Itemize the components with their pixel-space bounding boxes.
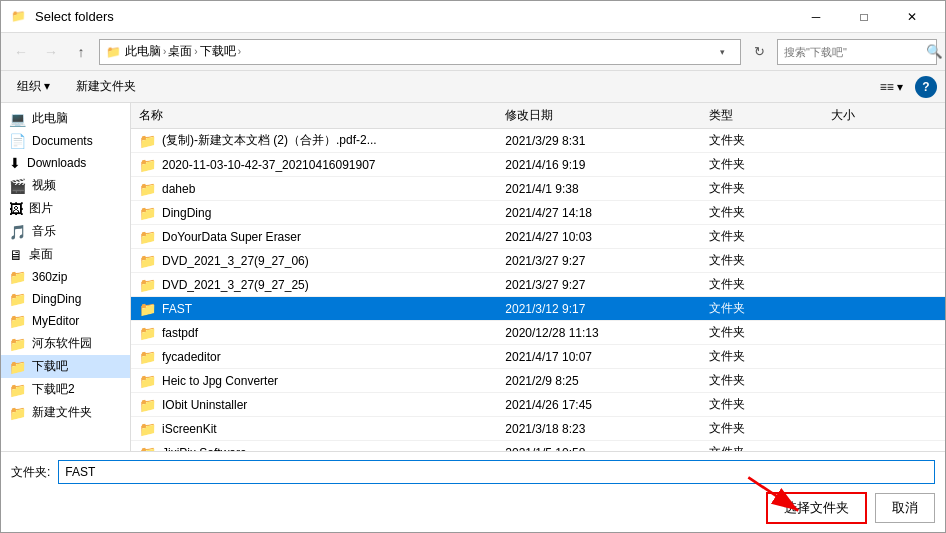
sidebar-item-videos[interactable]: 🎬视频 [1,174,130,197]
folder-icon: 📁 [139,373,156,389]
table-row[interactable]: 📁(复制)-新建文本文档 (2)（合并）.pdf-2...2021/3/29 8… [131,129,945,153]
sidebar-item-newfolder[interactable]: 📁新建文件夹 [1,401,130,424]
table-row[interactable]: 📁FAST2021/3/12 9:17文件夹 [131,297,945,321]
file-size-cell [823,441,945,452]
table-row[interactable]: 📁DVD_2021_3_27(9_27_06)2021/3/27 9:27文件夹 [131,249,945,273]
sidebar-item-music[interactable]: 🎵音乐 [1,220,130,243]
file-name-cell: 📁iScreenKit [131,417,497,441]
search-box[interactable]: 🔍 [777,39,937,65]
folder-icon: 📁 [139,325,156,341]
file-modified-cell: 2021/4/16 9:19 [497,153,701,177]
breadcrumb-pc[interactable]: 此电脑 [125,43,161,60]
folder-icon: 📁 [139,205,156,221]
file-name-cell: 📁DingDing [131,201,497,225]
table-row[interactable]: 📁IObit Uninstaller2021/4/26 17:45文件夹 [131,393,945,417]
folder-name-input[interactable] [58,460,935,484]
column-header-name[interactable]: 名称 [131,103,497,129]
cancel-button[interactable]: 取消 [875,493,935,523]
folder-icon: 📁 [139,277,156,293]
file-type-cell: 文件夹 [701,345,823,369]
up-button[interactable]: ↑ [69,40,93,64]
file-name-cell: 📁DVD_2021_3_27(9_27_06) [131,249,497,273]
sidebar-item-label: 桌面 [29,246,53,263]
search-input[interactable] [784,46,922,58]
maximize-button[interactable]: □ [841,4,887,30]
table-row[interactable]: 📁DingDing2021/4/27 14:18文件夹 [131,201,945,225]
file-modified-cell: 2021/3/27 9:27 [497,273,701,297]
sidebar-item-360zip[interactable]: 📁360zip [1,266,130,288]
file-name-label: IObit Uninstaller [162,398,247,412]
column-header-modified[interactable]: 修改日期 [497,103,701,129]
table-row[interactable]: 📁daheb2021/4/1 9:38文件夹 [131,177,945,201]
forward-button[interactable]: → [39,40,63,64]
sidebar-item-desktop[interactable]: 🖥桌面 [1,243,130,266]
folder-icon: 📁 [9,269,26,285]
folder-icon: 📁 [139,157,156,173]
folder-icon: 📁 [9,336,26,352]
folder-icon: 📁 [9,359,26,375]
organize-button[interactable]: 组织 ▾ [9,75,58,98]
help-button[interactable]: ? [915,76,937,98]
title-bar: 📁 Select folders ─ □ ✕ [1,1,945,33]
sidebar-item-hedong[interactable]: 📁河东软件园 [1,332,130,355]
sidebar-item-dingding[interactable]: 📁DingDing [1,288,130,310]
table-row[interactable]: 📁fastpdf2020/12/28 11:13文件夹 [131,321,945,345]
file-name-cell: 📁fycadeditor [131,345,497,369]
breadcrumb-desktop[interactable]: 桌面 [168,43,192,60]
toolbar: 组织 ▾ 新建文件夹 ≡≡ ▾ ? [1,71,945,103]
select-folder-button[interactable]: 选择文件夹 [766,492,867,524]
table-row[interactable]: 📁Heic to Jpg Converter2021/2/9 8:25文件夹 [131,369,945,393]
file-modified-cell: 2021/3/29 8:31 [497,129,701,153]
file-size-cell [823,369,945,393]
address-box[interactable]: 📁 此电脑 › 桌面 › 下载吧 › ▾ [99,39,741,65]
search-button[interactable]: 🔍 [926,44,943,59]
folder-icon: ⬇ [9,155,21,171]
table-row[interactable]: 📁DVD_2021_3_27(9_27_25)2021/3/27 9:27文件夹 [131,273,945,297]
column-header-size[interactable]: 大小 [823,103,945,129]
file-size-cell [823,273,945,297]
sidebar-item-xiazaiba2[interactable]: 📁下载吧2 [1,378,130,401]
file-modified-cell: 2021/3/27 9:27 [497,249,701,273]
new-folder-button[interactable]: 新建文件夹 [68,75,144,98]
folder-icon: 📁 [139,181,156,197]
file-type-cell: 文件夹 [701,249,823,273]
file-table: 名称修改日期类型大小 📁(复制)-新建文本文档 (2)（合并）.pdf-2...… [131,103,945,451]
view-button[interactable]: ≡≡ ▾ [874,78,909,96]
file-modified-cell: 2021/4/17 10:07 [497,345,701,369]
folder-icon: 📁 [139,133,156,149]
refresh-button[interactable]: ↻ [747,40,771,64]
folder-label: 文件夹: [11,464,50,481]
close-button[interactable]: ✕ [889,4,935,30]
file-name-cell: 📁DVD_2021_3_27(9_27_25) [131,273,497,297]
sidebar: 💻此电脑📄Documents⬇Downloads🎬视频🖼图片🎵音乐🖥桌面📁360… [1,103,131,451]
table-row[interactable]: 📁2020-11-03-10-42-37_202104160919072021/… [131,153,945,177]
folder-icon: 🎬 [9,178,26,194]
back-button[interactable]: ← [9,40,33,64]
table-row[interactable]: 📁JixiPix Software2021/1/5 10:58文件夹 [131,441,945,452]
file-area: 名称修改日期类型大小 📁(复制)-新建文本文档 (2)（合并）.pdf-2...… [131,103,945,451]
column-header-type[interactable]: 类型 [701,103,823,129]
sidebar-item-xiazaiba[interactable]: 📁下载吧 [1,355,130,378]
sidebar-item-downloads[interactable]: ⬇Downloads [1,152,130,174]
dropdown-button[interactable]: ▾ [710,40,734,64]
table-header: 名称修改日期类型大小 [131,103,945,129]
table-row[interactable]: 📁iScreenKit2021/3/18 8:23文件夹 [131,417,945,441]
sidebar-item-pictures[interactable]: 🖼图片 [1,197,130,220]
folder-icon: 📁 [9,382,26,398]
file-name-label: (复制)-新建文本文档 (2)（合并）.pdf-2... [162,132,377,149]
breadcrumb-folder[interactable]: 下载吧 [200,43,236,60]
breadcrumb: 此电脑 › 桌面 › 下载吧 › [125,43,706,60]
folder-input-row: 文件夹: [11,460,935,484]
file-modified-cell: 2021/1/5 10:58 [497,441,701,452]
folder-icon-addr: 📁 [106,45,121,59]
sidebar-item-label: 图片 [29,200,53,217]
file-modified-cell: 2021/3/12 9:17 [497,297,701,321]
minimize-button[interactable]: ─ [793,4,839,30]
sidebar-item-documents[interactable]: 📄Documents [1,130,130,152]
file-type-cell: 文件夹 [701,321,823,345]
table-row[interactable]: 📁fycadeditor2021/4/17 10:07文件夹 [131,345,945,369]
sidebar-item-this-pc[interactable]: 💻此电脑 [1,107,130,130]
table-row[interactable]: 📁DoYourData Super Eraser2021/4/27 10:03文… [131,225,945,249]
sidebar-item-label: 此电脑 [32,110,68,127]
sidebar-item-myeditor[interactable]: 📁MyEditor [1,310,130,332]
